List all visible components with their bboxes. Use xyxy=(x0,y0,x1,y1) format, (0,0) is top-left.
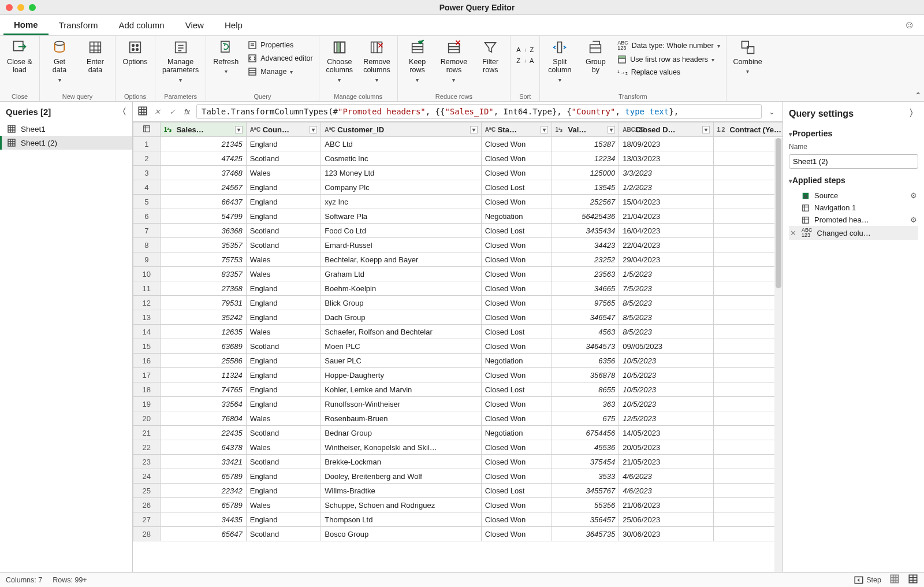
row-number[interactable]: 21 xyxy=(133,426,161,440)
grid-cell[interactable]: Wales xyxy=(246,252,321,267)
row-number[interactable]: 14 xyxy=(133,325,161,339)
grid-cell[interactable]: 54799 xyxy=(160,209,246,224)
view-table-icon[interactable] xyxy=(908,574,918,586)
grid-cell[interactable]: 2 xyxy=(713,209,783,224)
grid-cell[interactable]: 1 xyxy=(713,527,783,541)
queries-collapse-icon[interactable]: 〈 xyxy=(118,106,126,117)
grid-cell[interactable]: 1 xyxy=(713,382,783,397)
grid-cell[interactable]: Negotiation xyxy=(481,209,552,224)
query-item[interactable]: Sheet1 (2) xyxy=(0,136,132,150)
grid-cell[interactable]: 3.5 xyxy=(713,469,783,484)
grid-cell[interactable]: 3 xyxy=(713,195,783,209)
column-filter-icon[interactable]: ▾ xyxy=(541,126,548,133)
grid-cell[interactable]: Closed Won xyxy=(481,455,552,469)
row-number[interactable]: 20 xyxy=(133,411,161,426)
applied-steps-section[interactable]: Applied steps xyxy=(789,172,918,186)
column-filter-icon[interactable]: ▾ xyxy=(608,126,615,133)
query-item[interactable]: Sheet1 xyxy=(0,122,132,136)
formula-expand-icon[interactable]: ⌄ xyxy=(765,107,778,116)
applied-step[interactable]: Navigation 1 xyxy=(789,202,918,214)
grid-cell[interactable]: 33564 xyxy=(160,397,246,411)
grid-cell[interactable]: 356878 xyxy=(552,368,619,382)
grid-cell[interactable]: Closed Won xyxy=(481,267,552,281)
grid-cell[interactable]: Sauer PLC xyxy=(321,354,481,368)
combine-button[interactable]: Combine xyxy=(730,38,766,76)
grid-cell[interactable]: Closed Won xyxy=(481,195,552,209)
delete-step-icon[interactable]: ✕ xyxy=(790,229,797,237)
grid-cell[interactable]: Closed Won xyxy=(481,498,552,512)
grid-cell[interactable]: England xyxy=(246,484,321,498)
grid-cell[interactable]: 4/6/2023 xyxy=(619,484,713,498)
grid-cell[interactable]: 1.5 xyxy=(713,512,783,527)
grid-cell[interactable]: 1/5/2023 xyxy=(619,267,713,281)
grid-cell[interactable]: 8655 xyxy=(552,382,619,397)
grid-cell[interactable]: 09//05/2023 xyxy=(619,339,713,354)
grid-cell[interactable]: 14/05/2023 xyxy=(619,426,713,440)
row-number[interactable]: 23 xyxy=(133,455,161,469)
fx-icon[interactable]: fx xyxy=(181,107,193,116)
grid-cell[interactable]: Schaefer, Rolfson and Bechtelar xyxy=(321,325,481,339)
grid-cell[interactable]: Runolfsson-Wintheiser xyxy=(321,397,481,411)
grid-cell[interactable]: 363 xyxy=(552,397,619,411)
grid-cell[interactable]: 2.5 xyxy=(713,368,783,382)
grid-cell[interactable]: Closed Won xyxy=(481,397,552,411)
window-minimize-button[interactable] xyxy=(17,4,24,11)
keep-rows-button[interactable]: Keep rows xyxy=(401,38,434,84)
grid-cell[interactable]: Closed Won xyxy=(481,368,552,382)
column-header[interactable]: AᴮCCoun…▾ xyxy=(246,122,321,137)
grid-cell[interactable]: England xyxy=(246,281,321,296)
grid-cell[interactable]: Closed Lost xyxy=(481,180,552,195)
grid-cell[interactable]: 65789 xyxy=(160,498,246,512)
grid-cell[interactable]: 22/04/2023 xyxy=(619,238,713,252)
grid-cell[interactable]: 24567 xyxy=(160,180,246,195)
grid-cell[interactable]: Closed Won xyxy=(481,166,552,180)
grid-cell[interactable]: 2 xyxy=(713,354,783,368)
grid-cell[interactable]: 33421 xyxy=(160,455,246,469)
column-filter-icon[interactable]: ▾ xyxy=(470,126,478,133)
grid-cell[interactable]: Closed Won xyxy=(481,411,552,426)
grid-cell[interactable]: 1 xyxy=(713,151,783,166)
grid-cell[interactable]: Closed Lost xyxy=(481,224,552,238)
formula-commit-icon[interactable]: ✓ xyxy=(166,107,178,116)
grid-cell[interactable]: Bechtelar, Koepp and Bayer xyxy=(321,252,481,267)
grid-cell[interactable]: Hoppe-Daugherty xyxy=(321,368,481,382)
applied-step[interactable]: Promoted hea…⚙ xyxy=(789,214,918,226)
step-button[interactable]: Step xyxy=(854,575,881,585)
sort-desc-button[interactable]: Z↓A xyxy=(514,56,536,65)
applied-step[interactable]: ✕ABC123Changed colu… xyxy=(789,226,918,240)
grid-cell[interactable]: 75753 xyxy=(160,252,246,267)
grid-cell[interactable]: 76804 xyxy=(160,411,246,426)
grid-cell[interactable]: England xyxy=(246,397,321,411)
grid-cell[interactable]: England xyxy=(246,195,321,209)
grid-cell[interactable]: 2 xyxy=(713,440,783,455)
grid-cell[interactable]: 79531 xyxy=(160,296,246,310)
grid-cell[interactable]: Closed Won xyxy=(481,440,552,455)
applied-step[interactable]: XSource⚙ xyxy=(789,190,918,202)
grid-cell[interactable]: 346547 xyxy=(552,310,619,325)
window-close-button[interactable] xyxy=(6,4,13,11)
split-column-button[interactable]: Split column xyxy=(543,38,576,84)
enter-data-button[interactable]: Enter data xyxy=(79,38,111,76)
grid-cell[interactable]: 21/06/2023 xyxy=(619,498,713,512)
menu-transform[interactable]: Transform xyxy=(49,15,109,35)
grid-cell[interactable]: 8/5/2023 xyxy=(619,325,713,339)
manage-button[interactable]: Manage xyxy=(245,66,315,77)
grid-cell[interactable]: 16/04/2023 xyxy=(619,224,713,238)
use-first-row-headers-button[interactable]: Use first row as headers xyxy=(615,54,722,65)
remove-rows-button[interactable]: Remove rows xyxy=(437,38,471,84)
grid-cell[interactable]: 2 xyxy=(713,455,783,469)
grid-cell[interactable]: Scotland xyxy=(246,527,321,541)
grid-cell[interactable]: 23563 xyxy=(552,267,619,281)
settings-collapse-icon[interactable]: 〉 xyxy=(909,107,918,120)
row-number[interactable]: 4 xyxy=(133,180,161,195)
grid-cell[interactable]: England xyxy=(246,310,321,325)
grid-cell[interactable]: xyz Inc xyxy=(321,195,481,209)
grid-cell[interactable]: 3645735 xyxy=(552,527,619,541)
grid-cell[interactable]: Closed Lost xyxy=(481,382,552,397)
grid-cell[interactable]: 21/05/2023 xyxy=(619,455,713,469)
grid-cell[interactable]: 45536 xyxy=(552,440,619,455)
grid-cell[interactable]: 1 xyxy=(713,426,783,440)
grid-cell[interactable]: England xyxy=(246,137,321,151)
grid-cell[interactable]: 2.5 xyxy=(713,224,783,238)
step-settings-icon[interactable]: ⚙ xyxy=(910,216,917,224)
